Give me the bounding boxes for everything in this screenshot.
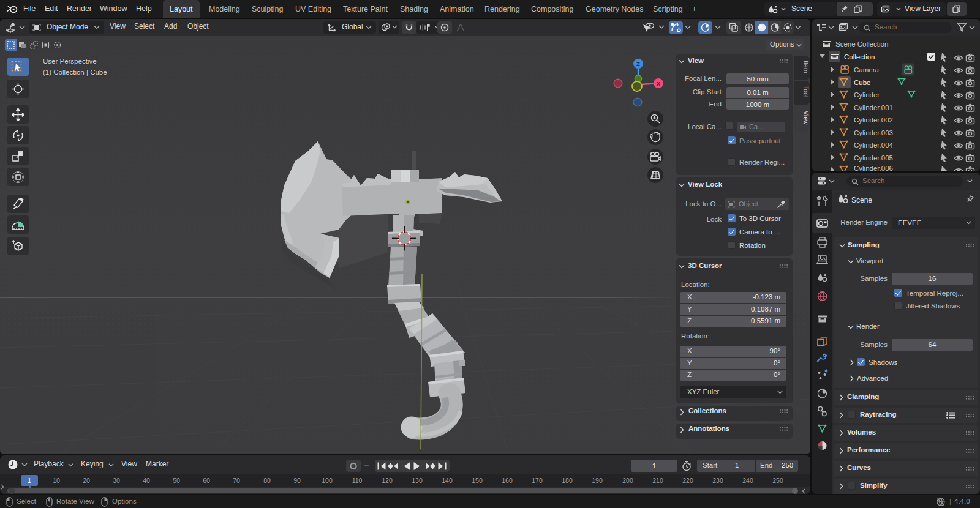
svg-text:Cylinder.003: Cylinder.003 (854, 129, 893, 136)
svg-text:Cylinder.004: Cylinder.004 (854, 141, 894, 149)
svg-text:Cylinder.002: Cylinder.002 (854, 116, 893, 124)
svg-text:X: X (657, 80, 661, 87)
svg-text:Cylinder.006: Cylinder.006 (854, 165, 893, 171)
svg-text:Cylinder: Cylinder (854, 91, 880, 99)
svg-text:Camera: Camera (854, 66, 880, 73)
svg-text:Cylinder.001: Cylinder.001 (854, 104, 893, 111)
svg-text:Cylinder.005: Cylinder.005 (854, 154, 893, 162)
svg-text:Cube: Cube (854, 79, 871, 86)
svg-text:Collection: Collection (844, 53, 875, 61)
svg-text:Z: Z (636, 61, 640, 67)
svg-text:Scene Collection: Scene Collection (835, 40, 888, 48)
